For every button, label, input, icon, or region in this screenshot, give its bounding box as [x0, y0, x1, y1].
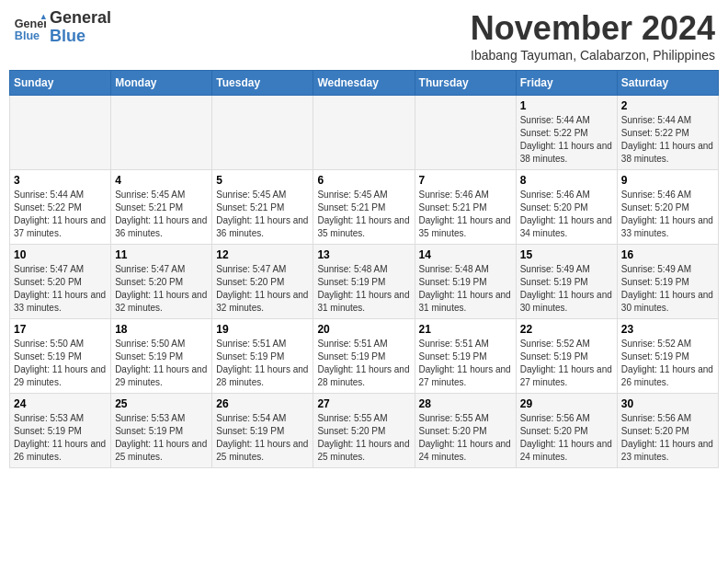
weekday-header-row: SundayMondayTuesdayWednesdayThursdayFrid… — [10, 71, 719, 96]
day-number: 21 — [419, 323, 512, 336]
calendar-cell — [212, 96, 313, 170]
day-info: Sunrise: 5:47 AMSunset: 5:20 PMDaylight:… — [14, 263, 107, 315]
day-number: 6 — [317, 174, 410, 187]
calendar-cell: 9Sunrise: 5:46 AMSunset: 5:20 PMDaylight… — [617, 170, 718, 245]
calendar-cell: 24Sunrise: 5:53 AMSunset: 5:19 PMDayligh… — [10, 394, 111, 468]
calendar-table: SundayMondayTuesdayWednesdayThursdayFrid… — [9, 70, 719, 468]
calendar-cell: 4Sunrise: 5:45 AMSunset: 5:21 PMDaylight… — [111, 170, 212, 245]
day-info: Sunrise: 5:56 AMSunset: 5:20 PMDaylight:… — [621, 412, 714, 464]
week-row-3: 17Sunrise: 5:50 AMSunset: 5:19 PMDayligh… — [10, 319, 719, 394]
calendar-cell: 1Sunrise: 5:44 AMSunset: 5:22 PMDaylight… — [516, 96, 617, 170]
day-info: Sunrise: 5:44 AMSunset: 5:22 PMDaylight:… — [14, 189, 107, 240]
weekday-header-thursday: Thursday — [415, 71, 516, 96]
day-info: Sunrise: 5:53 AMSunset: 5:19 PMDaylight:… — [115, 412, 208, 464]
calendar-cell: 11Sunrise: 5:47 AMSunset: 5:20 PMDayligh… — [111, 245, 212, 319]
day-number: 11 — [115, 248, 208, 261]
logo-text: General Blue — [50, 9, 111, 46]
weekday-header-saturday: Saturday — [617, 71, 718, 96]
calendar-cell: 20Sunrise: 5:51 AMSunset: 5:19 PMDayligh… — [313, 319, 415, 394]
week-row-1: 3Sunrise: 5:44 AMSunset: 5:22 PMDaylight… — [10, 170, 719, 245]
calendar-cell: 5Sunrise: 5:45 AMSunset: 5:21 PMDaylight… — [212, 170, 313, 245]
calendar-cell: 22Sunrise: 5:52 AMSunset: 5:19 PMDayligh… — [516, 319, 617, 394]
day-number: 26 — [216, 397, 309, 410]
day-number: 29 — [520, 397, 613, 410]
calendar-cell: 7Sunrise: 5:46 AMSunset: 5:21 PMDaylight… — [415, 170, 516, 245]
day-number: 15 — [520, 248, 613, 261]
calendar-cell — [111, 96, 212, 170]
day-info: Sunrise: 5:45 AMSunset: 5:21 PMDaylight:… — [216, 189, 309, 240]
day-info: Sunrise: 5:51 AMSunset: 5:19 PMDaylight:… — [317, 338, 410, 389]
day-info: Sunrise: 5:48 AMSunset: 5:19 PMDaylight:… — [317, 263, 410, 315]
day-number: 16 — [621, 248, 714, 261]
day-info: Sunrise: 5:52 AMSunset: 5:19 PMDaylight:… — [520, 338, 613, 389]
calendar-cell — [415, 96, 516, 170]
logo-line1: General — [50, 9, 111, 28]
location-subtitle: Ibabang Tayuman, Calabarzon, Philippines — [471, 48, 715, 63]
calendar-cell: 17Sunrise: 5:50 AMSunset: 5:19 PMDayligh… — [10, 319, 111, 394]
calendar-cell: 30Sunrise: 5:56 AMSunset: 5:20 PMDayligh… — [617, 394, 718, 468]
svg-text:Blue: Blue — [15, 29, 40, 41]
day-number: 24 — [14, 397, 107, 410]
day-number: 2 — [621, 99, 714, 112]
day-info: Sunrise: 5:50 AMSunset: 5:19 PMDaylight:… — [14, 338, 107, 389]
day-info: Sunrise: 5:47 AMSunset: 5:20 PMDaylight:… — [115, 263, 208, 315]
day-info: Sunrise: 5:46 AMSunset: 5:20 PMDaylight:… — [520, 189, 613, 240]
calendar-header: SundayMondayTuesdayWednesdayThursdayFrid… — [10, 71, 719, 96]
calendar-cell: 6Sunrise: 5:45 AMSunset: 5:21 PMDaylight… — [313, 170, 415, 245]
day-info: Sunrise: 5:54 AMSunset: 5:19 PMDaylight:… — [216, 412, 309, 464]
day-number: 22 — [520, 323, 613, 336]
calendar-cell: 12Sunrise: 5:47 AMSunset: 5:20 PMDayligh… — [212, 245, 313, 319]
calendar-cell: 13Sunrise: 5:48 AMSunset: 5:19 PMDayligh… — [313, 245, 415, 319]
day-number: 14 — [419, 248, 512, 261]
calendar-cell: 10Sunrise: 5:47 AMSunset: 5:20 PMDayligh… — [10, 245, 111, 319]
weekday-header-tuesday: Tuesday — [212, 71, 313, 96]
day-number: 1 — [520, 99, 613, 112]
day-info: Sunrise: 5:49 AMSunset: 5:19 PMDaylight:… — [621, 263, 714, 315]
day-number: 19 — [216, 323, 309, 336]
day-number: 18 — [115, 323, 208, 336]
calendar-cell: 27Sunrise: 5:55 AMSunset: 5:20 PMDayligh… — [313, 394, 415, 468]
calendar-cell: 21Sunrise: 5:51 AMSunset: 5:19 PMDayligh… — [415, 319, 516, 394]
page-header: General Blue General Blue November 2024 … — [9, 9, 719, 63]
calendar-cell: 19Sunrise: 5:51 AMSunset: 5:19 PMDayligh… — [212, 319, 313, 394]
day-number: 10 — [14, 248, 107, 261]
day-info: Sunrise: 5:45 AMSunset: 5:21 PMDaylight:… — [115, 189, 208, 240]
day-number: 17 — [14, 323, 107, 336]
day-info: Sunrise: 5:44 AMSunset: 5:22 PMDaylight:… — [520, 114, 613, 166]
calendar-cell: 16Sunrise: 5:49 AMSunset: 5:19 PMDayligh… — [617, 245, 718, 319]
day-info: Sunrise: 5:50 AMSunset: 5:19 PMDaylight:… — [115, 338, 208, 389]
day-info: Sunrise: 5:55 AMSunset: 5:20 PMDaylight:… — [419, 412, 512, 464]
day-number: 7 — [419, 174, 512, 187]
day-number: 12 — [216, 248, 309, 261]
day-number: 5 — [216, 174, 309, 187]
day-number: 20 — [317, 323, 410, 336]
weekday-header-sunday: Sunday — [10, 71, 111, 96]
day-number: 27 — [317, 397, 410, 410]
weekday-header-wednesday: Wednesday — [313, 71, 415, 96]
weekday-header-friday: Friday — [516, 71, 617, 96]
calendar-body: 1Sunrise: 5:44 AMSunset: 5:22 PMDaylight… — [10, 96, 719, 468]
month-title: November 2024 — [471, 9, 715, 48]
day-info: Sunrise: 5:51 AMSunset: 5:19 PMDaylight:… — [419, 338, 512, 389]
calendar-cell: 14Sunrise: 5:48 AMSunset: 5:19 PMDayligh… — [415, 245, 516, 319]
day-info: Sunrise: 5:56 AMSunset: 5:20 PMDaylight:… — [520, 412, 613, 464]
calendar-cell: 2Sunrise: 5:44 AMSunset: 5:22 PMDaylight… — [617, 96, 718, 170]
week-row-4: 24Sunrise: 5:53 AMSunset: 5:19 PMDayligh… — [10, 394, 719, 468]
day-info: Sunrise: 5:46 AMSunset: 5:21 PMDaylight:… — [419, 189, 512, 240]
week-row-2: 10Sunrise: 5:47 AMSunset: 5:20 PMDayligh… — [10, 245, 719, 319]
day-number: 9 — [621, 174, 714, 187]
day-info: Sunrise: 5:47 AMSunset: 5:20 PMDaylight:… — [216, 263, 309, 315]
day-info: Sunrise: 5:53 AMSunset: 5:19 PMDaylight:… — [14, 412, 107, 464]
day-number: 25 — [115, 397, 208, 410]
day-number: 4 — [115, 174, 208, 187]
day-info: Sunrise: 5:45 AMSunset: 5:21 PMDaylight:… — [317, 189, 410, 240]
day-info: Sunrise: 5:48 AMSunset: 5:19 PMDaylight:… — [419, 263, 512, 315]
calendar-cell: 18Sunrise: 5:50 AMSunset: 5:19 PMDayligh… — [111, 319, 212, 394]
calendar-cell: 23Sunrise: 5:52 AMSunset: 5:19 PMDayligh… — [617, 319, 718, 394]
calendar-cell: 15Sunrise: 5:49 AMSunset: 5:19 PMDayligh… — [516, 245, 617, 319]
logo-line2: Blue — [50, 28, 111, 46]
calendar-cell: 8Sunrise: 5:46 AMSunset: 5:20 PMDaylight… — [516, 170, 617, 245]
weekday-header-monday: Monday — [111, 71, 212, 96]
day-info: Sunrise: 5:49 AMSunset: 5:19 PMDaylight:… — [520, 263, 613, 315]
calendar-cell — [10, 96, 111, 170]
